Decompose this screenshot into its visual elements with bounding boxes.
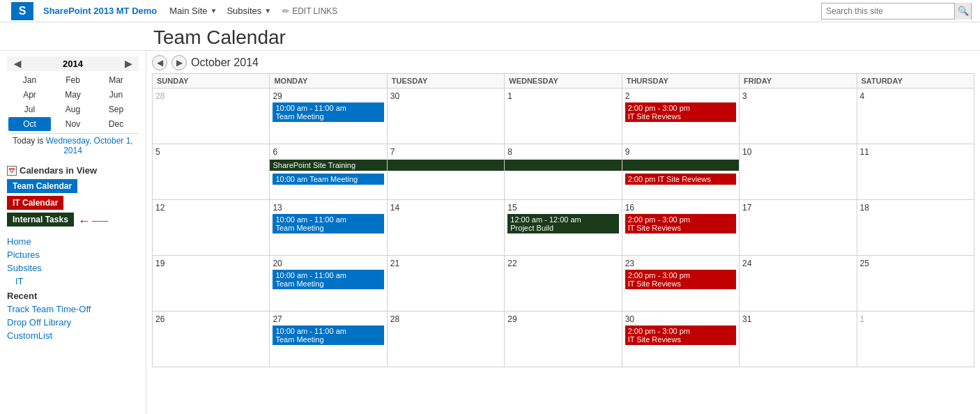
col-monday: MONDAY (270, 74, 387, 89)
sharepoint-training-start[interactable]: SharePoint Site Training (270, 160, 386, 171)
month-oct[interactable]: Oct (8, 117, 51, 131)
day-num: 28 (155, 90, 266, 102)
sidebar-drop-off[interactable]: Drop Off Library (7, 316, 139, 329)
team-calendar-badge[interactable]: Team Calendar (7, 179, 77, 193)
day-num: 12 (155, 201, 266, 214)
day-num: 30 (625, 313, 736, 325)
month-feb[interactable]: Feb (52, 73, 94, 87)
day-num: 6 (273, 146, 383, 158)
day-cell: 30 2:00 pm - 3:00 pmIT Site Reviews (622, 312, 739, 367)
cal-event[interactable]: 10:00 am - 11:00 amTeam Meeting (273, 102, 383, 122)
day-num: 19 (155, 257, 266, 270)
day-cell: 15 12:00 am - 12:00 amProject Build (505, 200, 622, 256)
cal-event[interactable]: 10:00 am - 11:00 amTeam Meeting (273, 270, 383, 289)
day-cell: 27 10:00 am - 11:00 amTeam Meeting (270, 312, 387, 367)
sharepoint-training-end[interactable] (622, 160, 739, 171)
cal-event[interactable]: 2:00 pm - 3:00 pmIT Site Reviews (625, 214, 736, 233)
mini-cal-next[interactable]: ▶ (122, 59, 135, 69)
month-jan[interactable]: Jan (8, 73, 51, 87)
day-cell: 19 (153, 256, 270, 312)
calendar-area: ◀ ▶ October 2014 SUNDAY MONDAY TUESDAY W… (146, 51, 980, 414)
day-cell: 12 (153, 200, 270, 256)
cal-event[interactable]: 2:00 pm - 3:00 pmIT Site Reviews (625, 270, 736, 289)
sidebar-subsites[interactable]: Subsites (7, 261, 139, 275)
search-box[interactable]: 🔍 (821, 3, 972, 20)
month-mar[interactable]: Mar (95, 73, 137, 87)
day-cell: 23 2:00 pm - 3:00 pmIT Site Reviews (622, 256, 739, 312)
main-layout: ◀ 2014 ▶ Jan Feb Mar Apr May Jun Jul Aug… (0, 51, 980, 414)
subsites-dropdown-icon[interactable]: ▼ (264, 7, 271, 15)
subsites-nav[interactable]: Subsites (227, 6, 261, 16)
search-button[interactable]: 🔍 (954, 3, 971, 20)
month-apr[interactable]: Apr (8, 88, 51, 102)
day-num: 14 (390, 201, 501, 214)
day-cell: 1 (505, 89, 622, 144)
day-num: 8 (507, 146, 618, 158)
mini-cal-year: 2014 (63, 59, 83, 69)
cal-event[interactable]: 10:00 am Team Meeting (273, 174, 383, 185)
day-num: 15 (507, 201, 618, 214)
day-num: 16 (625, 201, 736, 214)
site-name[interactable]: SharePoint 2013 MT Demo (43, 6, 157, 16)
calendar-nav-row: ◀ ▶ October 2014 (152, 51, 974, 73)
sharepoint-training-mid2[interactable] (505, 160, 621, 171)
table-row: 12 13 10:00 am - 11:00 amTeam Meeting 14… (153, 200, 974, 256)
today-link[interactable]: Wednesday, October 1, 2014 (46, 136, 133, 155)
day-num: 11 (860, 146, 971, 158)
day-num: 28 (390, 313, 501, 325)
main-site-dropdown-icon[interactable]: ▼ (210, 7, 217, 15)
day-num: 3 (742, 90, 853, 102)
sidebar-it[interactable]: IT (7, 275, 139, 288)
month-dec[interactable]: Dec (95, 117, 137, 131)
day-num: 2 (625, 90, 736, 102)
main-site-nav[interactable]: Main Site (169, 6, 207, 16)
cal-prev-btn[interactable]: ◀ (152, 55, 167, 70)
sidebar-pictures[interactable]: Pictures (7, 248, 139, 261)
sharepoint-training-mid[interactable] (388, 160, 504, 171)
day-cell: 5 (153, 144, 270, 200)
cal-event[interactable]: 2:00 pm IT Site Reviews (625, 174, 736, 185)
mini-cal-months: Jan Feb Mar Apr May Jun Jul Aug Sep Oct … (7, 71, 139, 133)
mini-cal-prev[interactable]: ◀ (11, 59, 24, 69)
day-cell: 10 (740, 144, 857, 200)
month-jun[interactable]: Jun (95, 88, 137, 102)
day-num: 7 (390, 146, 501, 158)
month-nov[interactable]: Nov (52, 117, 94, 131)
sidebar-recent-section: Recent (7, 291, 139, 301)
search-input[interactable] (822, 5, 954, 17)
table-row: 19 20 10:00 am - 11:00 amTeam Meeting 21… (153, 256, 974, 312)
sidebar-customlist[interactable]: CustomList (7, 329, 139, 342)
day-cell: 6 SharePoint Site Training 10:00 am Team… (270, 144, 387, 200)
sidebar-track-team[interactable]: Track Team Time-Off (7, 302, 139, 316)
month-jul[interactable]: Jul (8, 102, 51, 116)
day-cell: 8 (505, 144, 622, 200)
month-may[interactable]: May (52, 88, 94, 102)
table-row: 26 27 10:00 am - 11:00 amTeam Meeting 28… (153, 312, 974, 367)
cal-event[interactable]: 10:00 am - 11:00 amTeam Meeting (273, 325, 383, 345)
cal-event[interactable]: 10:00 am - 11:00 amTeam Meeting (273, 214, 383, 233)
day-cell: 2 2:00 pm - 3:00 pmIT Site Reviews (622, 89, 739, 144)
day-cell: 28 (387, 312, 504, 367)
month-aug[interactable]: Aug (52, 102, 94, 116)
day-num: 31 (742, 313, 853, 325)
day-num: 5 (155, 146, 266, 158)
calendar-grid: SUNDAY MONDAY TUESDAY WEDNESDAY THURSDAY… (152, 73, 974, 367)
cal-event[interactable]: 2:00 pm - 3:00 pmIT Site Reviews (625, 325, 736, 345)
day-num: 25 (860, 257, 971, 270)
cal-event[interactable]: 12:00 am - 12:00 amProject Build (507, 214, 618, 233)
day-num: 30 (390, 90, 501, 102)
sidebar-home[interactable]: Home (7, 235, 139, 248)
cal-event[interactable]: 2:00 pm - 3:00 pmIT Site Reviews (625, 102, 736, 122)
cal-next-btn[interactable]: ▶ (171, 55, 187, 70)
edit-links-btn[interactable]: EDIT LINKS (292, 6, 337, 16)
it-calendar-badge[interactable]: IT Calendar (7, 196, 63, 210)
internal-tasks-badge[interactable]: Internal Tasks (7, 213, 74, 227)
day-cell: 7 (387, 144, 504, 200)
day-num: 10 (742, 146, 853, 158)
month-sep[interactable]: Sep (95, 102, 137, 116)
calendar-month-title: October 2014 (191, 56, 259, 69)
today-text: Today is Wednesday, October 1, 2014 (7, 133, 139, 160)
day-num: 29 (273, 90, 383, 102)
day-cell: 24 (740, 256, 857, 312)
day-num: 1 (860, 313, 971, 325)
